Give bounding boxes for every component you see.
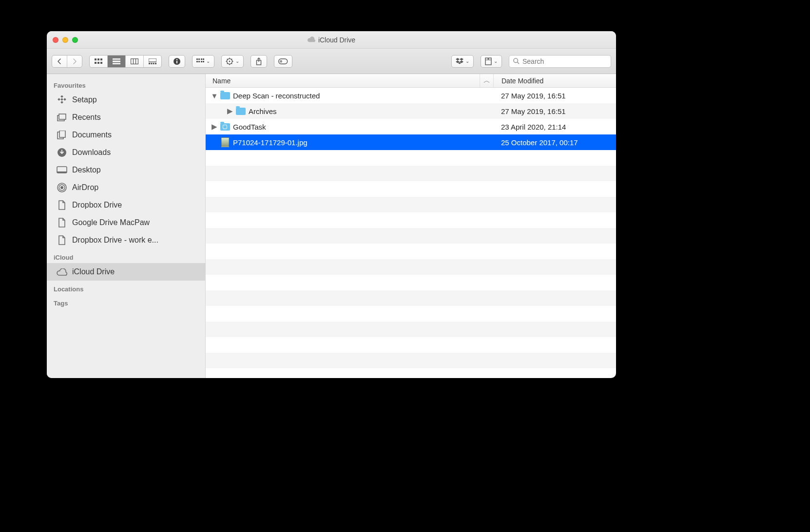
sidebar-section-header[interactable]: iCloud <box>47 249 205 263</box>
finder-window: iCloud Drive <box>47 31 616 378</box>
svg-rect-23 <box>203 58 204 60</box>
empty-row <box>206 244 616 259</box>
svg-rect-27 <box>203 61 204 62</box>
downloads-icon <box>57 147 67 158</box>
empty-row <box>206 181 616 197</box>
share-button[interactable] <box>251 55 267 68</box>
column-name-label: Name <box>212 77 231 85</box>
svg-rect-14 <box>151 63 152 64</box>
file-rows[interactable]: ▼Deep Scan - reconstructed27 May 2019, 1… <box>206 88 616 378</box>
sort-indicator[interactable]: ︿ <box>480 74 493 87</box>
svg-rect-49 <box>488 58 489 59</box>
fullscreen-window-button[interactable] <box>72 37 78 43</box>
file-date: 23 April 2020, 21:14 <box>493 123 616 131</box>
svg-rect-0 <box>95 58 96 60</box>
icon-view-button[interactable] <box>90 56 108 67</box>
file-row[interactable]: ▶GoodTask23 April 2020, 21:14 <box>206 119 616 134</box>
svg-rect-2 <box>100 58 102 60</box>
svg-rect-5 <box>100 62 102 64</box>
documents-icon <box>57 130 67 140</box>
sidebar-item-label: Desktop <box>72 166 101 174</box>
body: FavouritesSetappRecentsDocumentsDownload… <box>47 74 616 378</box>
sidebar-item-label: Dropbox Drive <box>72 201 122 209</box>
sidebar-item-recents[interactable]: Recents <box>47 109 205 126</box>
dropbox-button[interactable]: ⌄ <box>451 55 474 68</box>
cloud-icon <box>308 36 315 44</box>
svg-line-34 <box>227 58 228 59</box>
back-button[interactable] <box>52 56 67 67</box>
setapp-icon <box>57 95 67 105</box>
chevron-down-icon: ⌄ <box>235 58 239 64</box>
list-view-button[interactable] <box>108 56 126 67</box>
forward-button[interactable] <box>67 56 82 67</box>
column-view-button[interactable] <box>126 56 144 67</box>
sidebar-item-dropbox-drive-work-e-[interactable]: Dropbox Drive - work e... <box>47 231 205 249</box>
sidebar-item-dropbox-drive[interactable]: Dropbox Drive <box>47 196 205 214</box>
file-date: 27 May 2019, 16:51 <box>493 92 616 100</box>
file-row[interactable]: ▶Archives27 May 2019, 16:51 <box>206 103 616 119</box>
empty-row <box>206 275 616 290</box>
file-date: 27 May 2019, 16:51 <box>493 107 616 115</box>
sidebar-item-google-drive-macpaw[interactable]: Google Drive MacPaw <box>47 214 205 231</box>
disclosure-triangle[interactable]: ▶ <box>212 122 217 131</box>
empty-row <box>206 228 616 244</box>
disclosure-triangle[interactable]: ▼ <box>212 92 217 100</box>
doc-icon <box>57 235 67 246</box>
sidebar-item-icloud-drive[interactable]: iCloud Drive <box>47 263 205 281</box>
column-date[interactable]: Date Modified <box>493 74 616 87</box>
group-by-button[interactable]: ⌄ <box>192 55 214 68</box>
gallery-view-button[interactable] <box>144 56 161 67</box>
cloud-icon <box>57 266 67 277</box>
svg-rect-25 <box>198 61 200 62</box>
doc-icon <box>57 200 67 210</box>
column-name[interactable]: Name <box>206 77 480 85</box>
column-headers: Name ︿ Date Modified <box>206 74 616 88</box>
search-input[interactable] <box>522 57 608 65</box>
window-controls <box>53 37 78 43</box>
file-row[interactable]: P71024-171729-01.jpg25 October 2017, 00:… <box>206 134 616 150</box>
sidebar-section-header[interactable]: Tags <box>47 295 205 309</box>
sidebar[interactable]: FavouritesSetappRecentsDocumentsDownload… <box>47 74 206 378</box>
sidebar-section-header[interactable]: Favourites <box>47 77 205 91</box>
empty-row <box>206 353 616 368</box>
window-title-text: iCloud Drive <box>318 36 355 44</box>
svg-rect-6 <box>113 58 120 59</box>
search-field[interactable] <box>509 55 611 68</box>
svg-rect-7 <box>113 61 120 62</box>
folder-icon <box>236 106 246 116</box>
sidebar-section-header[interactable]: Locations <box>47 281 205 295</box>
action-menu-button[interactable]: ⌄ <box>221 55 244 68</box>
folder-icon <box>220 91 230 100</box>
file-row[interactable]: ▼Deep Scan - reconstructed27 May 2019, 1… <box>206 88 616 103</box>
svg-point-41 <box>280 60 282 62</box>
sidebar-item-downloads[interactable]: Downloads <box>47 144 205 161</box>
svg-rect-56 <box>60 101 63 104</box>
sidebar-item-label: iCloud Drive <box>72 267 115 276</box>
sidebar-item-desktop[interactable]: Desktop <box>47 161 205 179</box>
empty-row <box>206 150 616 166</box>
close-window-button[interactable] <box>53 37 58 43</box>
minimize-window-button[interactable] <box>62 37 68 43</box>
get-info-button[interactable] <box>169 55 185 68</box>
file-name: P71024-171729-01.jpg <box>233 138 308 147</box>
tags-button[interactable] <box>274 55 292 68</box>
svg-rect-53 <box>58 98 60 101</box>
sidebar-item-label: Setapp <box>72 95 97 104</box>
desktop-icon <box>57 165 67 175</box>
svg-rect-22 <box>201 58 202 60</box>
sidebar-item-documents[interactable]: Documents <box>47 126 205 144</box>
image-file-icon <box>220 137 230 147</box>
empty-row <box>206 290 616 306</box>
svg-line-35 <box>231 63 232 64</box>
svg-rect-15 <box>153 63 154 64</box>
sidebar-item-airdrop[interactable]: AirDrop <box>47 179 205 196</box>
svg-rect-24 <box>196 61 198 62</box>
svg-point-50 <box>514 58 518 63</box>
svg-point-64 <box>60 186 63 189</box>
svg-rect-9 <box>131 58 138 64</box>
svg-rect-18 <box>176 61 177 63</box>
disclosure-triangle[interactable]: ▶ <box>227 107 233 115</box>
sidebar-item-setapp[interactable]: Setapp <box>47 91 205 109</box>
archive-button[interactable]: ⌄ <box>481 55 502 68</box>
svg-rect-12 <box>149 58 156 62</box>
